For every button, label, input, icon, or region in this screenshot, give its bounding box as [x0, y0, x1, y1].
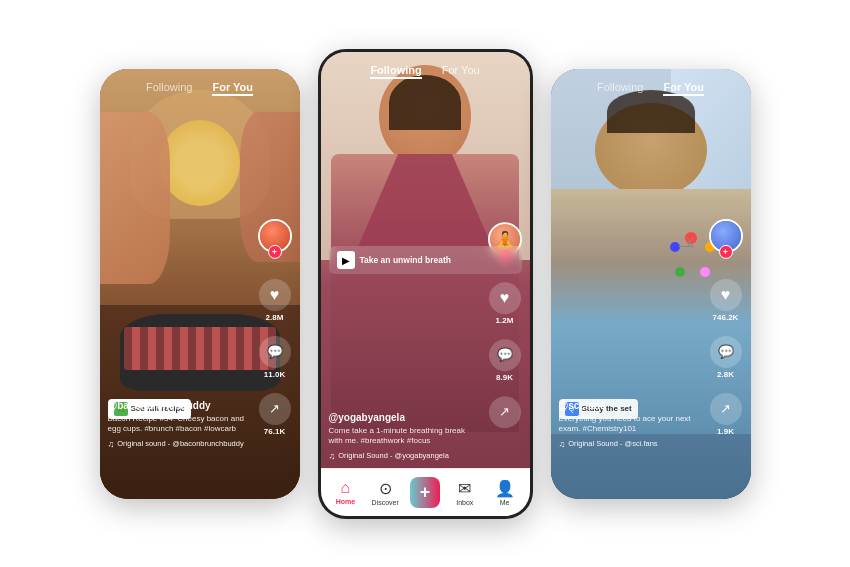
for-you-tab-center[interactable]: For You: [442, 64, 480, 79]
phone-center: Following For You + ♥ 1.2M 💬 8.9K: [318, 49, 533, 519]
username-right: @sci.fans: [559, 400, 696, 411]
phone-center-header: Following For You: [321, 64, 530, 79]
like-count-center: 1.2M: [496, 316, 514, 325]
nav-inbox[interactable]: ✉ Inbox: [445, 479, 485, 506]
sound-right: ♫ Original Sound - @sci.fans: [559, 439, 696, 449]
creator-avatar-left[interactable]: +: [258, 218, 292, 252]
share-button-center[interactable]: ↗: [489, 396, 521, 428]
sound-center: ♫ Original Sound - @yogabyangela: [329, 451, 475, 461]
share-button-left[interactable]: ↗ 76.1K: [259, 392, 291, 435]
for-you-tab-right[interactable]: For You: [663, 81, 704, 96]
share-icon-right: ↗: [720, 401, 731, 416]
phone-left-header: Following For You: [100, 81, 300, 96]
like-button-center[interactable]: ♥ 1.2M: [489, 282, 521, 325]
comment-icon-center: 💬: [497, 347, 513, 362]
comment-count-right: 2.8K: [717, 369, 734, 378]
comment-button-center[interactable]: 💬 8.9K: [489, 339, 521, 382]
music-icon-right: ♫: [559, 439, 566, 449]
nav-me[interactable]: 👤 Me: [485, 479, 525, 506]
share-icon-center: ↗: [499, 404, 510, 419]
nav-discover[interactable]: ⊙ Discover: [365, 479, 405, 506]
music-icon-left: ♫: [108, 439, 115, 449]
share-count-right: 1.9K: [717, 426, 734, 435]
like-button-left[interactable]: ♥ 2.8M: [259, 278, 291, 321]
discover-label: Discover: [372, 499, 399, 506]
heart-icon-center: ♥: [500, 289, 510, 307]
following-tab-right[interactable]: Following: [597, 81, 643, 96]
bottom-navigation: ⌂ Home ⊙ Discover + ✉ Inbox 👤 Me: [321, 468, 530, 516]
inbox-icon: ✉: [458, 479, 471, 498]
description-right: Everything you need to ace your next exa…: [559, 414, 696, 435]
me-label: Me: [500, 499, 510, 506]
sound-left: ♫ Original sound - @baconbrunchbuddy: [108, 439, 245, 449]
share-count-left: 76.1K: [264, 426, 285, 435]
following-tab-left[interactable]: Following: [146, 81, 192, 96]
following-tab-center[interactable]: Following: [370, 64, 421, 79]
share-icon-left: ↗: [269, 401, 280, 416]
for-you-tab-left[interactable]: For You: [212, 81, 253, 96]
heart-icon-left: ♥: [270, 285, 280, 303]
heart-icon-right: ♥: [721, 285, 731, 303]
home-icon: ⌂: [341, 479, 351, 497]
video-info-left: @baconbrunchbuddy Bacon Recipe #34: Chee…: [108, 400, 245, 449]
comment-count-center: 8.9K: [496, 373, 513, 382]
breathing-prompt: ▶ Take an unwind breath: [329, 246, 522, 274]
follow-button-right[interactable]: +: [719, 244, 733, 258]
phone-right: Following For You + ♥ 746.2K 💬 2.: [551, 69, 751, 499]
music-icon-center: ♫: [329, 451, 336, 461]
like-count-right: 746.2K: [713, 312, 739, 321]
nav-create[interactable]: +: [405, 477, 445, 508]
video-info-right: @sci.fans Everything you need to ace you…: [559, 400, 696, 449]
share-button-right[interactable]: ↗ 1.9K: [710, 392, 742, 435]
comment-icon-left: 💬: [267, 344, 283, 359]
comment-button-left[interactable]: 💬 11.0K: [259, 335, 291, 378]
comment-icon-right: 💬: [718, 344, 734, 359]
like-button-right[interactable]: ♥ 746.2K: [710, 278, 742, 321]
me-icon: 👤: [495, 479, 515, 498]
like-count-left: 2.8M: [266, 312, 284, 321]
home-label: Home: [336, 498, 355, 505]
right-phone-sidebar: + ♥ 746.2K 💬 2.8K ↗ 1.9K: [709, 218, 743, 435]
inbox-label: Inbox: [456, 499, 473, 506]
prompt-icon: ▶: [337, 251, 355, 269]
username-left: @baconbrunchbuddy: [108, 400, 245, 411]
description-center: Come take a 1-minute breathing break wit…: [329, 426, 475, 447]
comment-button-right[interactable]: 💬 2.8K: [710, 335, 742, 378]
username-center: @yogabyangela: [329, 412, 475, 423]
video-info-center: @yogabyangela Come take a 1-minute breat…: [329, 412, 475, 461]
description-left: Bacon Recipe #34: Cheesy bacon and egg c…: [108, 414, 245, 435]
phone-left: Following For You + ♥ 2.8M 💬 11.0: [100, 69, 300, 499]
phone-right-header: Following For You: [551, 81, 751, 96]
creator-avatar-right[interactable]: +: [709, 218, 743, 252]
create-icon[interactable]: +: [410, 477, 441, 508]
prompt-text: Take an unwind breath: [360, 255, 451, 265]
app-container: Following For You + ♥ 2.8M 💬 11.0: [0, 0, 850, 567]
discover-icon: ⊙: [379, 479, 392, 498]
follow-button-left[interactable]: +: [268, 244, 282, 258]
left-phone-sidebar: + ♥ 2.8M 💬 11.0K ↗ 76.1K: [258, 218, 292, 435]
nav-home[interactable]: ⌂ Home: [326, 479, 366, 505]
comment-count-left: 11.0K: [264, 369, 285, 378]
